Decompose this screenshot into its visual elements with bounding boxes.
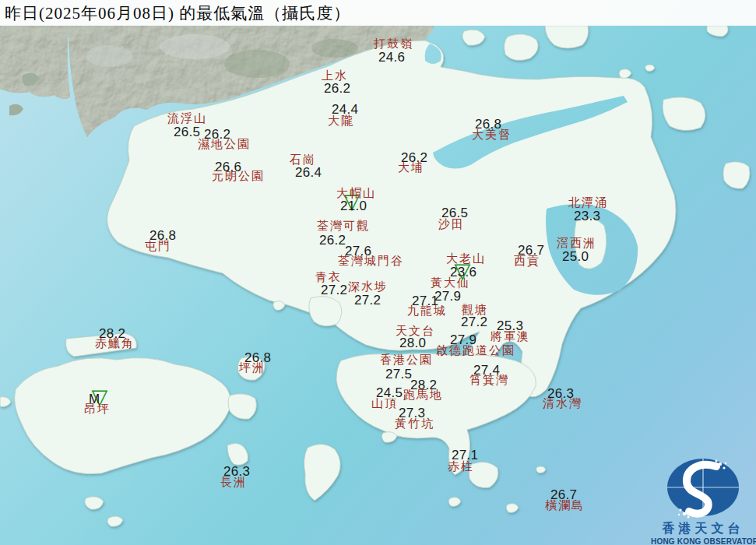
page-title: 昨日(2025年06月08日) 的最低氣溫（攝氏度） [0, 2, 350, 24]
kau-sai-chau-island [575, 218, 607, 269]
logo-name-en: HONG KONG OBSERVATORY [651, 537, 755, 545]
hko-emblem-icon [660, 456, 746, 520]
logo-name-zh: 香港天文台 [651, 521, 755, 537]
hong-kong-map [0, 0, 756, 545]
hko-logo: 香港天文台 HONG KONG OBSERVATORY [651, 456, 755, 545]
title-bar: 昨日(2025年06月08日) 的最低氣溫（攝氏度） [0, 0, 756, 26]
weather-map-screenshot: 昨日(2025年06月08日) 的最低氣溫（攝氏度） 24.6打鼓嶺26.2上水… [0, 0, 756, 545]
